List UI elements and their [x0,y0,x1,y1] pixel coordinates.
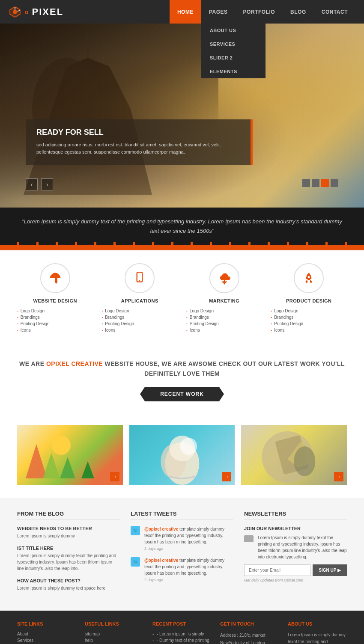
tweet-1: 🐦 @opixel creative template simply dummy… [131,526,233,551]
envelope-icon [244,535,254,542]
newsletter-small-text: Get daily updates from Opixel.com [244,578,347,582]
portfolio-item-3[interactable]: → [241,425,347,485]
rocket-icon [302,272,315,285]
tweets-column: LATEST TWEETS 🐦 @opixel creative templat… [131,510,233,598]
tweet-date-1: 2 days ago [144,546,233,551]
service-applications: APPLICATIONS Logo Design Brandings Print… [102,263,178,333]
portfolio-item-2[interactable]: → [129,425,235,485]
blog-section: FROM THE BLOG WEBSITE NEEDS TO BE BETTER… [0,498,364,611]
service-title-4: PRODUCT DESIGN [271,298,347,303]
footer: SITE LINKS About Services Portfolio Blog… [0,611,364,644]
product-design-icon-circle [294,263,324,293]
newsletter-email-input[interactable] [244,564,310,576]
svg-point-9 [139,280,140,282]
hero-dot-1[interactable] [302,179,310,187]
dropdown-services[interactable]: SERVICES [201,37,266,51]
footer-link-help[interactable]: help [85,638,144,643]
footer-get-in-touch: GET IN TOUCH Address : 210/c, market New… [220,621,279,644]
service-title-1: WEBSITE DESIGN [17,298,93,303]
dropdown-about[interactable]: ABOUT US [201,24,266,37]
service-list-item: Logo Design [271,308,347,314]
services-section: WEBSITE DESIGN Logo Design Brandings Pri… [0,245,364,346]
service-product-design: PRODUCT DESIGN Logo Design Brandings Pri… [271,263,347,333]
footer-about-us: ABOUT US Lorem Ipsum is simply dummy tex… [288,621,347,644]
services-top-bar [0,245,364,250]
blog-post-text-1: Lorem Ipsum is simply dummy [17,533,120,539]
service-list-item: Printing Design [17,321,93,327]
service-list-item: Logo Design [102,308,178,314]
newsletter-text: Lorem Ipsum is simply dummy texof the pr… [258,534,347,560]
logo-o: o [25,9,29,15]
svg-point-1 [13,10,17,14]
dropdown-slider2[interactable]: SLIDER 2 [201,51,266,65]
dropdown-elements[interactable]: ELEMENTS [201,65,266,78]
twitter-bird-icon-2: 🐦 [131,557,140,567]
footer-post-2: - Dummy text of the printing [152,638,212,643]
portfolio-item-1[interactable]: → [17,425,123,485]
website-design-icon-circle [40,263,70,293]
nav-pages[interactable]: PAGES ABOUT US SERVICES SLIDER 2 ELEMENT… [201,0,236,24]
recent-work-button[interactable]: RECENT WORK [145,387,219,401]
logo[interactable]: oPIXEL [9,6,63,18]
portfolio-svg-2 [129,425,235,485]
portfolio-shape-3 [60,457,75,478]
promo-section: WE ARE OPIXEL CREATIVE WEBSITE HOUSE, WE… [0,346,364,418]
portfolio-arrow-3[interactable]: → [334,472,343,481]
applications-icon-circle [125,263,155,293]
tweet-text-1: @opixel creative template simply dummy t… [144,526,233,545]
blog-post-text-3: Lorem Ipsum is simply dummy text space h… [17,585,120,591]
footer-post-1: - Loreum ipsum is simply [152,632,212,636]
quote-bar: "Lorem Ipsum is simply dummy text of the… [0,208,364,245]
nav-blog[interactable]: BLOG [283,0,314,24]
footer-recent-post: RECENT POST - Loreum ipsum is simply - D… [152,621,212,644]
promo-text: WE ARE OPIXEL CREATIVE WEBSITE HOUSE, WE… [17,359,347,378]
hero-dot-4[interactable] [331,179,338,187]
umbrella-icon [49,272,62,285]
service-list-item: Printing Design [102,321,178,327]
hero-section: READY FOR SELL sed adipiscing ornare ris… [0,24,364,208]
blog-post-title-2: IST TITLE HERE [17,546,120,551]
service-list-4: Logo Design Brandings Printing Design Ic… [271,308,347,333]
cloud-upload-icon [218,272,231,285]
footer-site-links-title: SITE LINKS [17,621,76,626]
portfolio-shape-4 [81,461,94,478]
footer-recent-post-title: RECENT POST [152,621,212,626]
mobile-icon [133,272,146,285]
pages-dropdown: ABOUT US SERVICES SLIDER 2 ELEMENTS [201,24,266,78]
service-list-2: Logo Design Brandings Printing Design Ic… [102,308,178,333]
hero-next-button[interactable]: › [41,178,53,190]
hero-text: sed adipiscing ornare risus. morbi est e… [36,141,240,156]
service-list-item: Brandings [186,314,263,321]
tweet-content-1: @opixel creative template simply dummy t… [144,526,233,551]
nav-portfolio[interactable]: PORTFOLIO [236,0,283,24]
footer-about-text: Lorem Ipsum is simply dummy texof the pr… [288,632,347,644]
twitter-bird-icon-1: 🐦 [131,526,140,535]
svg-point-14 [180,438,197,455]
footer-link-sitemap[interactable]: sitemap [85,632,144,636]
newsletter-column: NEWSLETTERS JOIN OUR NEWSLETTER Lorem Ip… [244,510,347,598]
hero-dot-3[interactable] [321,179,329,187]
service-list-item: Icons [102,327,178,333]
portfolio-arrow-2[interactable]: → [222,472,231,481]
newsletter-form: SIGN UP ▶ [244,564,347,576]
main-nav: HOME PAGES ABOUT US SERVICES SLIDER 2 EL… [170,0,355,24]
footer-site-links: SITE LINKS About Services Portfolio Blog… [17,621,76,644]
services-grid: WEBSITE DESIGN Logo Design Brandings Pri… [0,250,364,346]
footer-address: Address : 210/c, market NewYork city of … [220,632,279,644]
service-list-item: Brandings [271,314,347,321]
newsletter-icon-row: Lorem Ipsum is simply dummy texof the pr… [244,534,347,560]
hero-dot-2[interactable] [312,179,319,187]
tweet-content-2: @opixel creative template simply dummy t… [144,557,233,582]
blog-section-title: FROM THE BLOG [17,510,120,519]
footer-link-services[interactable]: Services [17,638,76,643]
portfolio-arrow-1[interactable]: → [110,472,119,481]
hero-title: READY FOR SELL [36,128,240,137]
footer-link-about[interactable]: About [17,632,76,636]
service-list-item: Brandings [102,314,178,321]
nav-home[interactable]: HOME [170,0,201,24]
service-list-item: Logo Design [186,308,263,314]
hero-prev-button[interactable]: ‹ [26,178,38,190]
newsletter-signup-button[interactable]: SIGN UP ▶ [313,564,347,576]
nav-contact[interactable]: CONTACT [314,0,355,24]
tweets-section-title: LATEST TWEETS [131,510,233,519]
